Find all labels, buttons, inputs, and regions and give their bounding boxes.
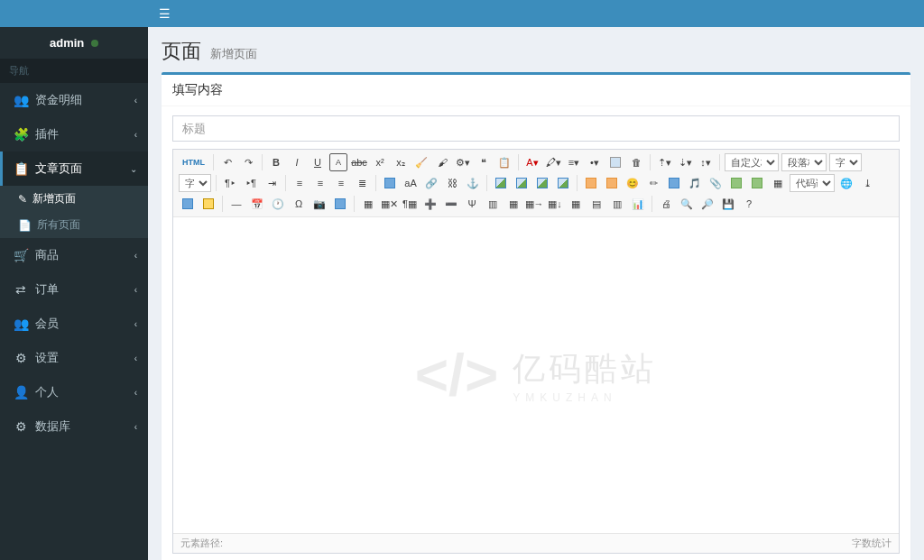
insertframe-icon[interactable]: ▦ (769, 174, 787, 192)
forecolor-icon[interactable]: A▾ (523, 153, 541, 171)
insertparagraphbeforetable-icon[interactable]: ¶▦ (401, 195, 419, 213)
searchreplace-icon[interactable]: 🔎 (698, 195, 716, 213)
insertcol-icon[interactable]: Ψ (463, 195, 481, 213)
editor-content-area[interactable]: </> 亿码酷站 YMKUZHAN (173, 217, 899, 533)
strikethrough-icon[interactable]: abc (350, 153, 368, 171)
wordimage-icon[interactable] (331, 195, 349, 213)
attachment-icon[interactable]: 📎 (707, 174, 725, 192)
deletetable-icon[interactable]: ▦✕ (380, 195, 398, 213)
blockquote-icon[interactable]: ❝ (475, 153, 493, 171)
justifyjustify-icon[interactable]: ≣ (353, 174, 371, 192)
cleardoc-icon[interactable]: 🗑 (627, 153, 645, 171)
italic-icon[interactable]: I (288, 153, 306, 171)
imagecenter-icon[interactable] (554, 174, 572, 192)
indent-icon[interactable]: ⇥ (263, 174, 281, 192)
imagenone-icon[interactable] (492, 174, 510, 192)
charts-icon[interactable]: 📊 (629, 195, 647, 213)
removeformat-icon[interactable]: 🧹 (412, 153, 430, 171)
nav-item-orders[interactable]: ⇄订单 ‹ (0, 272, 148, 307)
deleterow-icon[interactable]: ➖ (442, 195, 460, 213)
title-input[interactable] (172, 115, 900, 142)
underline-icon[interactable]: U (309, 153, 327, 171)
nav-subitem-all-pages[interactable]: 📄 所有页面 (0, 212, 148, 238)
snapscreen-icon[interactable]: 📷 (310, 195, 328, 213)
bold-icon[interactable]: B (267, 153, 285, 171)
spechars-icon[interactable]: Ω (290, 195, 308, 213)
directionltr-icon[interactable]: ¶‣ (221, 174, 239, 192)
insertvideo-icon[interactable] (665, 174, 683, 192)
drafts-icon[interactable]: 💾 (719, 195, 737, 213)
insertimage-icon[interactable] (603, 174, 621, 192)
redo-icon[interactable]: ↷ (239, 153, 257, 171)
splittocells-icon[interactable]: ▦ (567, 195, 585, 213)
inserttable-icon[interactable]: ▦ (359, 195, 377, 213)
print-icon[interactable]: 🖨 (657, 195, 675, 213)
splittocols-icon[interactable]: ▥ (608, 195, 626, 213)
emotion-icon[interactable]: 😊 (624, 174, 642, 192)
justifyright-icon[interactable]: ≡ (332, 174, 350, 192)
anchor-icon[interactable]: ⚓ (464, 174, 482, 192)
source-button[interactable]: HTML (179, 153, 208, 171)
nav-item-settings[interactable]: ⚙设置 ‹ (0, 341, 148, 375)
insertrow-icon[interactable]: ➕ (421, 195, 439, 213)
imageleft-icon[interactable] (513, 174, 531, 192)
date-icon[interactable]: 📅 (248, 195, 266, 213)
customstyle-select[interactable]: 自定义标… (725, 153, 779, 171)
deletecol-icon[interactable]: ▥ (484, 195, 502, 213)
nav-item-personal[interactable]: 👤个人 ‹ (0, 375, 148, 409)
directionrtl-icon[interactable]: ‣¶ (242, 174, 260, 192)
formatmatch-icon[interactable]: 🖌 (433, 153, 451, 171)
nav-item-pages[interactable]: 📋文章页面 ⌄ (0, 151, 148, 186)
rowspacingbottom-icon[interactable]: ⇣▾ (676, 153, 694, 171)
autotypeset-icon[interactable]: ⚙▾ (454, 153, 472, 171)
mergeright-icon[interactable]: ▦→ (525, 195, 543, 213)
paragraph-select[interactable]: 段落格式 (781, 153, 827, 171)
nav-item-plugins[interactable]: 🧩插件 ‹ (0, 117, 148, 151)
music-icon[interactable]: 🎵 (686, 174, 704, 192)
help-icon[interactable]: ? (740, 195, 758, 213)
subscript-icon[interactable]: x₂ (392, 153, 410, 171)
link-icon[interactable]: 🔗 (422, 174, 440, 192)
time-icon[interactable]: 🕐 (269, 195, 287, 213)
nav-item-products[interactable]: 🛒商品 ‹ (0, 238, 148, 272)
mergedown-icon[interactable]: ▦↓ (546, 195, 564, 213)
preview-icon[interactable]: 🔍 (678, 195, 696, 213)
justifycenter-icon[interactable]: ≡ (311, 174, 329, 192)
undo-icon[interactable]: ↶ (218, 153, 236, 171)
background-icon[interactable] (199, 195, 217, 213)
simpleupload-icon[interactable] (582, 174, 600, 192)
mergecells-icon[interactable]: ▦ (504, 195, 522, 213)
fontfamily-select[interactable]: 字体 (829, 153, 862, 171)
insertcode-select[interactable]: 代码语言 (790, 174, 835, 192)
justifyleft-icon[interactable]: ≡ (291, 174, 309, 192)
nav-item-members[interactable]: 👥会员 ‹ (0, 307, 148, 341)
file-icon: 📄 (18, 219, 32, 232)
template-icon[interactable] (179, 195, 197, 213)
insertorderedlist-icon[interactable]: ≡▾ (565, 153, 583, 171)
fontsize-select[interactable]: 字号 (179, 174, 211, 192)
imageright-icon[interactable] (533, 174, 551, 192)
nav-item-database[interactable]: ⚙数据库 ‹ (0, 409, 148, 444)
splittorows-icon[interactable]: ▤ (587, 195, 605, 213)
insertunorderedlist-icon[interactable]: •▾ (586, 153, 604, 171)
scrawl-icon[interactable]: ✏ (644, 174, 662, 192)
horizontal-icon[interactable]: — (227, 195, 245, 213)
gmap-icon[interactable] (748, 174, 766, 192)
sidebar-toggle-icon[interactable]: ☰ (159, 6, 171, 21)
map-icon[interactable] (727, 174, 745, 192)
rowspacingtop-icon[interactable]: ⇡▾ (655, 153, 673, 171)
tolowercase-icon[interactable]: aA (402, 174, 420, 192)
backcolor-icon[interactable]: 🖍▾ (544, 153, 562, 171)
nav-subitem-add-page[interactable]: ✎ 新增页面 (0, 186, 148, 212)
webapp-icon[interactable]: 🌐 (837, 174, 855, 192)
touppercase-icon[interactable] (381, 174, 399, 192)
unlink-icon[interactable]: ⛓ (443, 174, 461, 192)
nav-sub-label: 新增页面 (32, 191, 76, 207)
selectall-icon[interactable] (606, 153, 624, 171)
pasteplain-icon[interactable]: 📋 (495, 153, 513, 171)
lineheight-icon[interactable]: ↕▾ (697, 153, 715, 171)
superscript-icon[interactable]: x² (371, 153, 389, 171)
fontborder-icon[interactable]: A (329, 153, 347, 171)
nav-item-funds[interactable]: 👥资金明细 ‹ (0, 83, 148, 117)
pagebreak-icon[interactable]: ⤓ (858, 174, 876, 192)
